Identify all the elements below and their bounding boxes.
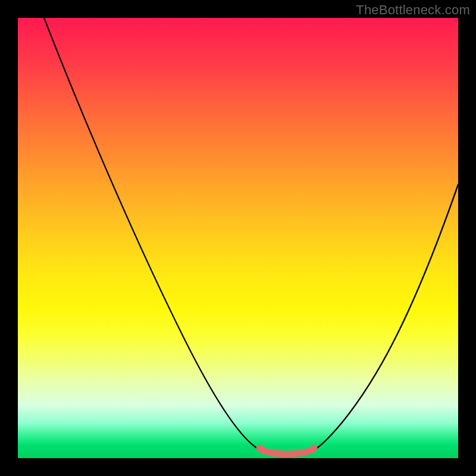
right-curve	[308, 184, 458, 453]
plot-area	[18, 18, 458, 458]
watermark-text: TheBottleneck.com	[356, 2, 470, 18]
flat-bottom-marker	[259, 448, 314, 454]
curve-layer	[18, 18, 458, 458]
chart-frame: TheBottleneck.com	[0, 0, 476, 476]
left-curve	[44, 18, 267, 453]
